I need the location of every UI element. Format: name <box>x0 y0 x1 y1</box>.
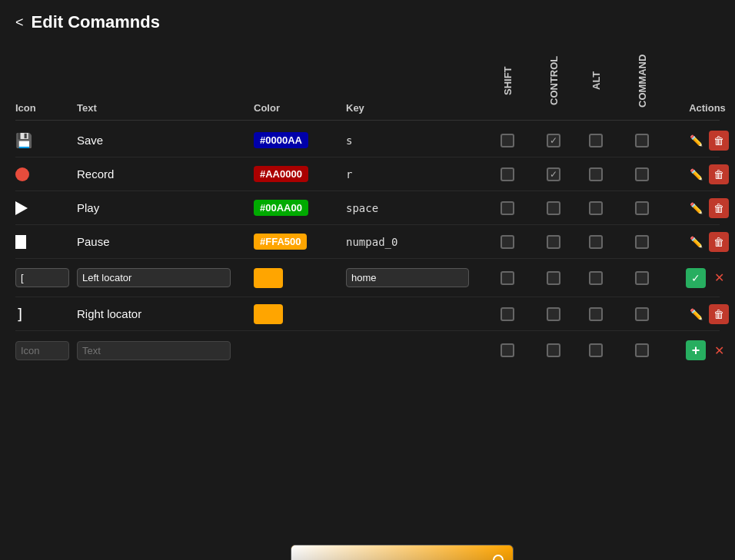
alt-save[interactable] <box>577 134 615 147</box>
color-badge-record[interactable]: #AA0000 <box>254 166 308 182</box>
cb-control-play[interactable] <box>547 201 560 215</box>
back-button[interactable]: < <box>15 15 24 31</box>
color-badge-save[interactable]: #0000AA <box>254 132 308 148</box>
cb-alt-play[interactable] <box>589 201 603 215</box>
shift-play[interactable] <box>484 201 530 215</box>
delete-play-button[interactable]: 🗑 <box>709 198 729 218</box>
shift-right-locator[interactable] <box>484 307 530 321</box>
cb-command-left-locator[interactable] <box>635 271 649 285</box>
key-left-locator-input[interactable] <box>346 268 469 287</box>
cb-command-right-locator[interactable] <box>635 307 649 321</box>
edit-pause-button[interactable]: ✏️ <box>686 232 706 252</box>
new-text-input[interactable] <box>77 341 231 360</box>
cb-shift-save[interactable] <box>501 134 514 147</box>
edit-play-button[interactable]: ✏️ <box>686 198 706 218</box>
cb-alt-left-locator[interactable] <box>589 271 603 285</box>
shift-pause[interactable] <box>484 235 530 249</box>
control-play[interactable] <box>530 201 577 215</box>
add-new-button[interactable]: + <box>686 340 706 360</box>
cb-alt-save[interactable] <box>589 134 603 147</box>
cb-shift-right-locator[interactable] <box>501 307 514 321</box>
cb-alt-record[interactable] <box>589 167 603 181</box>
actions-left-locator: ✓ ✕ <box>669 268 735 288</box>
cb-shift-pause[interactable] <box>501 235 514 249</box>
icon-left-locator-input[interactable] <box>15 268 69 287</box>
color-badge-left-locator[interactable] <box>254 268 283 288</box>
alt-new[interactable] <box>577 343 615 357</box>
table-row-right-locator: ] Right locator ✏️ 🗑 <box>15 297 720 331</box>
cb-command-pause[interactable] <box>635 235 649 249</box>
control-new[interactable] <box>530 343 577 357</box>
color-right-locator[interactable] <box>254 304 346 324</box>
color-badge-play[interactable]: #00AA00 <box>254 200 308 216</box>
key-left-locator-cell <box>346 268 484 287</box>
color-pause[interactable]: #FFA500 <box>254 234 346 250</box>
delete-right-locator-button[interactable]: 🗑 <box>709 304 729 324</box>
command-save[interactable] <box>615 134 669 147</box>
color-record[interactable]: #AA0000 <box>254 166 346 182</box>
cb-alt-pause[interactable] <box>589 235 603 249</box>
cb-command-save[interactable] <box>635 134 649 147</box>
color-badge-right-locator[interactable] <box>254 304 283 324</box>
command-record[interactable] <box>615 167 669 181</box>
command-new[interactable] <box>615 343 669 357</box>
icon-right-locator: ] <box>15 305 77 323</box>
control-left-locator[interactable] <box>530 271 577 285</box>
new-icon-input[interactable] <box>15 341 69 360</box>
cb-shift-play[interactable] <box>501 201 514 215</box>
cb-shift-left-locator[interactable] <box>501 271 514 285</box>
cb-control-right-locator[interactable] <box>547 307 560 321</box>
cancel-new-button[interactable]: ✕ <box>709 340 729 360</box>
cb-command-new[interactable] <box>635 343 649 357</box>
control-save[interactable] <box>530 134 577 147</box>
delete-record-button[interactable]: 🗑 <box>709 164 729 184</box>
cancel-left-locator-button[interactable]: ✕ <box>709 268 729 288</box>
actions-new: + ✕ <box>669 340 735 360</box>
cb-control-left-locator[interactable] <box>547 271 560 285</box>
cb-shift-record[interactable] <box>501 167 514 181</box>
cb-alt-right-locator[interactable] <box>589 307 603 321</box>
shift-left-locator[interactable] <box>484 271 530 285</box>
cb-control-pause[interactable] <box>547 235 560 249</box>
actions-right-locator: ✏️ 🗑 <box>669 304 735 324</box>
alt-left-locator[interactable] <box>577 271 615 285</box>
command-pause[interactable] <box>615 235 669 249</box>
command-play[interactable] <box>615 201 669 215</box>
table-header: Icon Text Color Key SHIFT CONTROL ALT CO… <box>15 45 720 121</box>
edit-save-button[interactable]: ✏️ <box>686 131 706 151</box>
command-right-locator[interactable] <box>615 307 669 321</box>
edit-right-locator-button[interactable]: ✏️ <box>686 304 706 324</box>
cb-command-record[interactable] <box>635 167 649 181</box>
control-right-locator[interactable] <box>530 307 577 321</box>
color-play[interactable]: #00AA00 <box>254 200 346 216</box>
new-text-cell <box>77 341 254 360</box>
alt-record[interactable] <box>577 167 615 181</box>
cb-alt-new[interactable] <box>589 343 603 357</box>
cb-command-play[interactable] <box>635 201 649 215</box>
cb-control-save[interactable] <box>547 134 560 147</box>
control-record[interactable] <box>530 167 577 181</box>
alt-right-locator[interactable] <box>577 307 615 321</box>
delete-pause-button[interactable]: 🗑 <box>709 232 729 252</box>
shift-record[interactable] <box>484 167 530 181</box>
table-row: Pause #FFA500 numpad_0 ✏️ 🗑 <box>15 225 720 259</box>
control-pause[interactable] <box>530 235 577 249</box>
cb-control-new[interactable] <box>547 343 560 357</box>
alt-pause[interactable] <box>577 235 615 249</box>
confirm-left-locator-button[interactable]: ✓ <box>686 268 706 288</box>
text-left-locator-input[interactable] <box>77 268 231 287</box>
shift-new[interactable] <box>484 343 530 357</box>
icon-record <box>15 167 77 181</box>
color-left-locator-cell[interactable] <box>254 268 346 288</box>
cb-shift-new[interactable] <box>501 343 514 357</box>
delete-save-button[interactable]: 🗑 <box>709 131 729 151</box>
cb-control-record[interactable] <box>547 167 560 181</box>
alt-play[interactable] <box>577 201 615 215</box>
shift-save[interactable] <box>484 134 530 147</box>
edit-record-button[interactable]: ✏️ <box>686 164 706 184</box>
color-save[interactable]: #0000AA <box>254 132 346 148</box>
color-badge-pause[interactable]: #FFA500 <box>254 234 307 250</box>
color-picker: ✒ 255 R 165 G 0 <box>291 545 514 560</box>
command-left-locator[interactable] <box>615 271 669 285</box>
color-gradient-area[interactable] <box>291 545 513 560</box>
